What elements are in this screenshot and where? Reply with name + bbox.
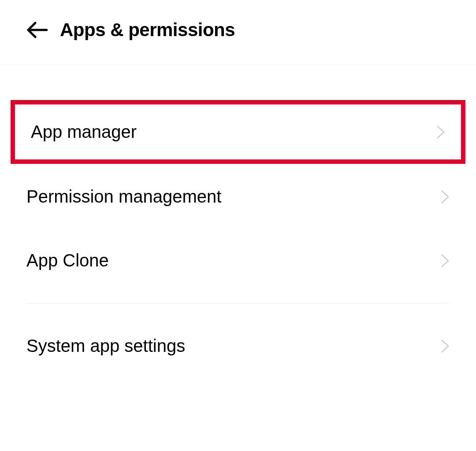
chevron-right-icon <box>439 191 451 203</box>
header: Apps & permissions <box>0 0 476 65</box>
item-label: System app settings <box>26 336 185 356</box>
item-label: App manager <box>31 122 137 142</box>
list-item-permission-management[interactable]: Permission management <box>0 165 476 229</box>
item-label: App Clone <box>26 251 109 270</box>
item-label: Permission management <box>26 187 221 207</box>
chevron-right-icon <box>439 255 451 267</box>
list-item-app-manager[interactable]: App manager <box>11 100 465 164</box>
list-item-system-app-settings[interactable]: System app settings <box>0 303 476 378</box>
list-item-app-clone[interactable]: App Clone <box>0 229 476 292</box>
page-title: Apps & permissions <box>60 19 235 41</box>
settings-list: App manager Permission management App Cl… <box>0 65 476 378</box>
chevron-right-icon <box>439 340 451 352</box>
back-arrow-icon <box>26 21 48 39</box>
back-button[interactable] <box>25 18 49 42</box>
chevron-right-icon <box>435 126 447 138</box>
